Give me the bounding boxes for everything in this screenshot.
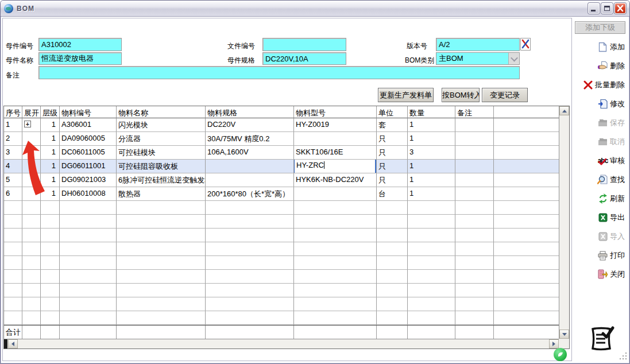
expand-plus-icon[interactable]: +: [24, 121, 31, 127]
cell-model[interactable]: SKKT106/16E: [294, 146, 377, 160]
cell-seq[interactable]: 4: [4, 160, 22, 173]
cell-unit[interactable]: 只: [377, 132, 408, 146]
cell-unit[interactable]: 只: [377, 173, 408, 187]
cell-qty[interactable]: 3: [408, 146, 455, 160]
cell-seq[interactable]: 5: [4, 173, 22, 187]
cell-model[interactable]: HYK6K-NB-DC220V: [294, 173, 377, 187]
maximize-button[interactable]: [601, 3, 613, 14]
resize-grip-icon[interactable]: [619, 352, 627, 359]
remark-field[interactable]: [38, 66, 520, 79]
col-level[interactable]: 层级: [41, 106, 60, 118]
col-name[interactable]: 物料名称: [117, 106, 206, 118]
refresh-button[interactable]: 刷新: [597, 192, 625, 205]
cell-spec[interactable]: [206, 173, 294, 187]
col-model[interactable]: 物料型号: [294, 106, 377, 118]
cancel-button[interactable]: 取消: [597, 135, 625, 148]
parent-spec-field[interactable]: [262, 52, 346, 65]
col-spec[interactable]: 物料规格: [206, 106, 294, 118]
cell-code[interactable]: DC06011005: [60, 146, 117, 160]
cell-qty[interactable]: 1: [408, 187, 455, 201]
cell-model[interactable]: HY-Z0019: [294, 118, 377, 132]
col-qty[interactable]: 数量: [408, 106, 455, 118]
col-unit[interactable]: 单位: [377, 106, 408, 118]
cell-unit[interactable]: 套: [377, 118, 408, 132]
cell-unit[interactable]: 台: [377, 187, 408, 201]
update-issue-button[interactable]: 更新生产发料单: [378, 88, 434, 102]
empty-table-row[interactable]: [4, 284, 559, 297]
table-row[interactable]: 1 + 1 A306001 闪光模块 DC220V HY-Z0019 套 1: [4, 118, 559, 132]
modify-button[interactable]: 修改: [597, 98, 625, 110]
col-remark[interactable]: 备注: [455, 106, 494, 118]
cell-code[interactable]: A306001: [60, 118, 117, 132]
cell-name[interactable]: 6脉冲可控硅恒流逆变触发板: [117, 173, 206, 187]
cell-spec[interactable]: 30A/75MV 精度0.2: [206, 132, 294, 146]
cell-remark[interactable]: [455, 160, 494, 173]
chevron-down-icon[interactable]: [508, 53, 519, 64]
cell-model[interactable]: [294, 187, 377, 201]
cell-code[interactable]: DA09060005: [60, 132, 117, 146]
table-row[interactable]: 5 1 DG09021003 6脉冲可控硅恒流逆变触发板 HYK6K-NB-DC…: [4, 173, 559, 187]
scroll-thumb[interactable]: [4, 339, 7, 348]
empty-table-row[interactable]: [4, 297, 559, 311]
cell-seq[interactable]: 3: [4, 146, 22, 160]
model-edit-input[interactable]: HY-ZRC: [294, 160, 376, 173]
parent-name-field[interactable]: [38, 52, 122, 65]
parent-code-field[interactable]: [38, 38, 122, 51]
cell-level[interactable]: 1: [41, 187, 60, 201]
empty-table-row[interactable]: [4, 311, 559, 325]
horizontal-scrollbar[interactable]: [4, 339, 559, 348]
cell-level[interactable]: 1: [41, 132, 60, 146]
cell-spec[interactable]: 200*160*80（长*宽*高）: [206, 187, 294, 201]
import-button[interactable]: 导入: [597, 230, 625, 243]
audit-button[interactable]: abc 审核: [597, 154, 625, 167]
table-row[interactable]: 2 1 DA09060005 分流器 30A/75MV 精度0.2 只 1: [4, 132, 559, 146]
version-tools-button[interactable]: [520, 38, 531, 51]
cell-level[interactable]: 1: [41, 146, 60, 160]
cell-seq[interactable]: 6: [4, 187, 22, 201]
batch-delete-button[interactable]: 批量删除: [582, 79, 625, 91]
empty-table-row[interactable]: [4, 242, 559, 256]
cell-seq[interactable]: 2: [4, 132, 22, 146]
cell-qty[interactable]: 1: [408, 118, 455, 132]
cell-model-editing[interactable]: HY-ZRC: [294, 160, 377, 173]
cell-name[interactable]: 可控硅模块: [117, 146, 206, 160]
bom-type-dropdown[interactable]: 主BOM: [436, 52, 520, 65]
col-code[interactable]: 物料编号: [60, 106, 117, 118]
col-expand[interactable]: 展开: [22, 106, 41, 118]
bom-transfer-button[interactable]: 按BOM转入: [442, 88, 480, 102]
scroll-right-button[interactable]: [549, 339, 559, 348]
cell-remark[interactable]: [455, 146, 494, 160]
cell-remark[interactable]: [455, 187, 494, 201]
cell-spec[interactable]: 106A,1600V: [206, 146, 294, 160]
cell-level[interactable]: 1: [41, 173, 60, 187]
cell-level[interactable]: 1: [41, 160, 60, 173]
cell-unit[interactable]: 只: [377, 160, 408, 173]
add-button[interactable]: 添加: [597, 41, 625, 53]
search-button[interactable]: 查找: [597, 173, 625, 186]
print-button[interactable]: 打印: [597, 249, 625, 262]
table-row[interactable]: 6 1 DH06010008 散热器 200*160*80（长*宽*高） 台 1: [4, 187, 559, 201]
version-field[interactable]: [436, 38, 520, 51]
cell-spec[interactable]: DC220V: [206, 118, 294, 132]
cell-qty[interactable]: 1: [408, 160, 455, 173]
cell-model[interactable]: [294, 132, 377, 146]
cell-remark[interactable]: [455, 132, 494, 146]
vertical-scrollbar[interactable]: [559, 106, 569, 339]
cell-code[interactable]: DG09021003: [60, 173, 117, 187]
scroll-left-button[interactable]: [8, 339, 18, 348]
col-seq[interactable]: 序号: [4, 106, 22, 118]
empty-table-row[interactable]: [4, 256, 559, 270]
cell-remark[interactable]: [455, 173, 494, 187]
cell-qty[interactable]: 1: [408, 132, 455, 146]
cell-name[interactable]: 散热器: [117, 187, 206, 201]
cell-level[interactable]: 1: [41, 118, 60, 132]
export-button[interactable]: 导出: [597, 211, 625, 224]
close-button[interactable]: [614, 3, 626, 14]
cell-remark[interactable]: [455, 118, 494, 132]
cell-unit[interactable]: 只: [377, 146, 408, 160]
scroll-down-button[interactable]: [559, 330, 569, 339]
delete-button[interactable]: 删除: [597, 60, 625, 72]
cell-code[interactable]: DH06010008: [60, 187, 117, 201]
cell-seq[interactable]: 1: [4, 118, 22, 132]
empty-table-row[interactable]: [4, 229, 559, 242]
